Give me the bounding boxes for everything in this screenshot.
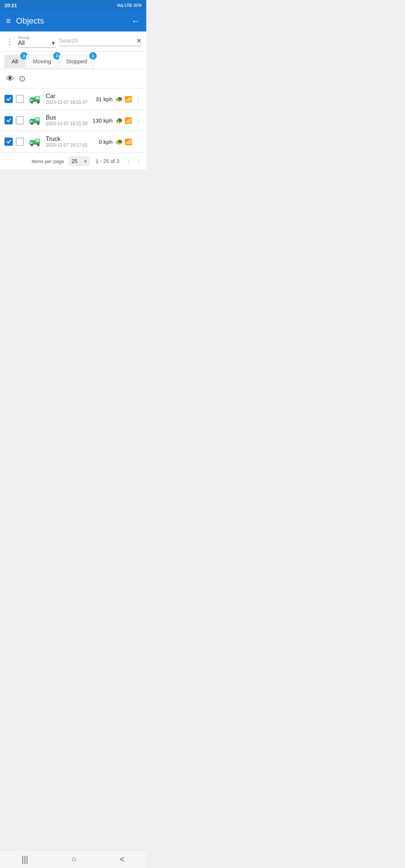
svg-point-26 xyxy=(38,145,39,146)
per-page-select[interactable]: 25 50 100 xyxy=(69,156,90,166)
eye-icon[interactable]: 👁 xyxy=(6,74,14,84)
vehicle-icon-truck xyxy=(27,136,43,147)
checkbox-bus-empty[interactable] xyxy=(16,116,24,124)
clear-search-icon[interactable]: ✕ xyxy=(136,37,142,45)
object-info-bus: Bus 2023-11-07 18:21:50 xyxy=(46,114,90,126)
status-right: Vo) LTE 31% xyxy=(117,3,142,7)
group-dropdown-icon: ▼ xyxy=(51,40,56,46)
back-button[interactable]: ← xyxy=(131,16,140,26)
objects-list: Car 2023-11-07 18:21:47 31 kph 🐢 📶 ⋮ xyxy=(0,88,146,153)
svg-point-8 xyxy=(38,102,39,103)
svg-point-15 xyxy=(32,123,33,124)
item-more-truck[interactable]: ⋮ xyxy=(135,138,142,146)
tabs-row: All 3 Moving 2 Stopped 1 xyxy=(0,52,146,69)
tab-all-label: All xyxy=(12,58,18,64)
object-info-truck: Truck 2023-11-07 18:17:01 xyxy=(46,136,96,148)
group-value: All xyxy=(18,40,25,46)
wifi-icon-car: 📶 xyxy=(124,96,132,103)
svg-point-17 xyxy=(38,123,39,124)
table-row: Truck 2023-11-07 18:17:01 0 kph 🐢 📶 ⋮ xyxy=(0,131,146,153)
checkbox-truck-empty[interactable] xyxy=(16,138,24,146)
item-more-car[interactable]: ⋮ xyxy=(135,95,142,103)
table-row: Bus 2023-11-07 18:21:50 130 kph 🐢 📶 ⋮ xyxy=(0,110,146,131)
svg-rect-13 xyxy=(30,121,33,123)
object-name-bus: Bus xyxy=(46,114,90,121)
next-page-button[interactable]: › xyxy=(135,157,142,166)
object-info-car: Car 2023-11-07 18:21:47 xyxy=(46,93,93,105)
battery-icon: 31% xyxy=(134,3,142,7)
svg-point-6 xyxy=(32,102,33,103)
status-icons-truck: 🐢 📶 xyxy=(116,138,132,145)
svg-rect-20 xyxy=(36,139,39,142)
group-select-wrap[interactable]: Group All ▼ xyxy=(18,35,56,48)
page-title: Objects xyxy=(16,16,44,26)
object-name-truck: Truck xyxy=(46,136,96,142)
group-select-row: All ▼ xyxy=(18,40,56,46)
checkbox-car[interactable] xyxy=(4,95,13,103)
tab-stopped-badge: 1 xyxy=(89,52,97,60)
tab-stopped[interactable]: Stopped 1 xyxy=(59,55,94,69)
checkbox-truck[interactable] xyxy=(4,138,13,146)
svg-rect-4 xyxy=(30,99,33,101)
object-date-car: 2023-11-07 18:21:47 xyxy=(46,100,93,105)
vehicle-icon-car xyxy=(27,94,43,104)
status-icons-bus: 🐢 📶 xyxy=(116,117,132,124)
wifi-icon-truck: 📶 xyxy=(124,138,132,145)
tab-moving[interactable]: Moving 2 xyxy=(26,55,58,69)
tab-stopped-label: Stopped xyxy=(66,58,87,64)
filter-row: ⋮ Group All ▼ ✕ xyxy=(0,31,146,52)
signal-icon: Vo) LTE xyxy=(117,3,132,7)
svg-point-24 xyxy=(32,145,33,146)
items-per-page-label: Items per page xyxy=(32,159,64,164)
tab-all[interactable]: All 3 xyxy=(4,55,25,69)
pagination-row: Items per page 25 50 100 1 - 25 of 3 ‹ › xyxy=(0,153,146,170)
more-options-icon[interactable]: ⋮ xyxy=(4,36,15,48)
vehicle-icon-bus xyxy=(27,115,43,126)
object-name-car: Car xyxy=(46,93,93,100)
object-speed-bus: 130 kph xyxy=(93,117,112,124)
search-wrap: ✕ xyxy=(59,37,142,46)
engine-icon-bus: 🐢 xyxy=(116,117,123,124)
status-icons-car: 🐢 📶 xyxy=(116,96,132,103)
svg-rect-22 xyxy=(30,142,33,144)
header-left: ≡ Objects xyxy=(6,16,44,26)
engine-icon-car: 🐢 xyxy=(116,96,123,103)
status-bar: 20:21 Vo) LTE 31% xyxy=(0,0,146,10)
engine-icon-truck: 🐢 xyxy=(116,138,123,145)
per-page-wrap: 25 50 100 xyxy=(69,156,90,166)
settings-circle-icon[interactable]: ⊙ xyxy=(19,74,26,84)
object-speed-car: 31 kph xyxy=(96,96,112,102)
search-input[interactable] xyxy=(59,37,134,44)
object-date-bus: 2023-11-07 18:21:50 xyxy=(46,121,90,126)
item-more-bus[interactable]: ⋮ xyxy=(135,116,142,124)
checkbox-car-empty[interactable] xyxy=(16,95,24,103)
svg-rect-2 xyxy=(36,96,39,99)
action-row: 👁 ⊙ xyxy=(0,69,146,88)
object-speed-truck: 0 kph xyxy=(99,139,112,145)
menu-icon[interactable]: ≡ xyxy=(6,17,11,25)
prev-page-button[interactable]: ‹ xyxy=(125,157,132,166)
object-date-truck: 2023-11-07 18:17:01 xyxy=(46,142,96,148)
wifi-icon-bus: 📶 xyxy=(124,117,132,124)
app-header: ≡ Objects ← xyxy=(0,10,146,31)
svg-rect-11 xyxy=(36,118,39,121)
page-info: 1 - 25 of 3 xyxy=(96,158,119,164)
tab-moving-label: Moving xyxy=(33,58,51,64)
checkbox-bus[interactable] xyxy=(4,116,13,124)
table-row: Car 2023-11-07 18:21:47 31 kph 🐢 📶 ⋮ xyxy=(0,88,146,110)
status-time: 20:21 xyxy=(4,3,17,8)
group-label: Group xyxy=(18,35,56,40)
